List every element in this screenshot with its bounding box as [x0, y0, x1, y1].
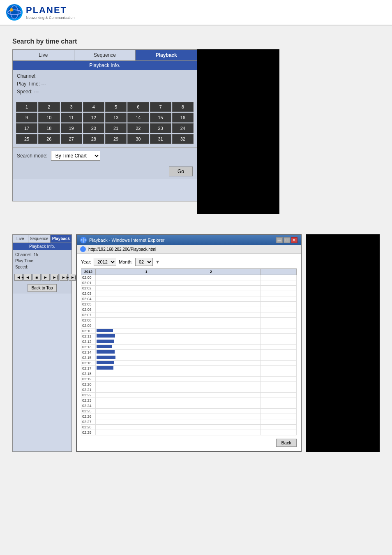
- tab-playback[interactable]: Playback: [136, 50, 197, 60]
- channel-btn-13[interactable]: 13: [105, 113, 127, 123]
- table-row[interactable]: 02:04: [81, 296, 297, 302]
- bar-cell-2[interactable]: [197, 361, 225, 366]
- bar-cell-1[interactable]: [96, 350, 197, 355]
- channel-btn-1[interactable]: 1: [16, 102, 37, 112]
- channel-btn-23[interactable]: 23: [150, 123, 171, 133]
- bar-cell-1[interactable]: [96, 387, 197, 393]
- ie-close-button[interactable]: ✕: [291, 237, 297, 243]
- bar-cell-1[interactable]: [96, 366, 197, 371]
- channel-btn-5[interactable]: 5: [105, 102, 127, 112]
- table-row[interactable]: 02:17: [81, 366, 297, 371]
- ctrl-end[interactable]: ►|: [69, 274, 77, 281]
- bar-cell-1[interactable]: [96, 323, 197, 328]
- bar-cell-1[interactable]: [96, 403, 197, 409]
- bar-cell-2[interactable]: [197, 307, 225, 312]
- ie-maximize-button[interactable]: □: [284, 237, 290, 243]
- ctrl-ff[interactable]: ►►: [60, 274, 68, 281]
- back-to-top-button[interactable]: Back to Top: [28, 284, 56, 292]
- bar-cell-1[interactable]: [96, 355, 197, 361]
- channel-btn-28[interactable]: 28: [83, 134, 104, 144]
- channel-btn-21[interactable]: 21: [105, 123, 127, 133]
- table-row[interactable]: 02:05: [81, 302, 297, 307]
- bar-cell-2[interactable]: [197, 302, 225, 307]
- table-row[interactable]: 02:19: [81, 377, 297, 382]
- channel-btn-20[interactable]: 20: [83, 123, 104, 133]
- channel-btn-6[interactable]: 6: [127, 102, 149, 112]
- table-row[interactable]: 02:24: [81, 403, 297, 409]
- bar-cell-2[interactable]: [197, 393, 225, 398]
- bar-cell-2[interactable]: [197, 355, 225, 361]
- table-row[interactable]: 02:08: [81, 318, 297, 323]
- channel-btn-12[interactable]: 12: [83, 113, 104, 123]
- bar-cell-2[interactable]: [197, 398, 225, 403]
- table-row[interactable]: 02:27: [81, 419, 297, 425]
- bar-cell-2[interactable]: [197, 323, 225, 328]
- table-row[interactable]: 02:02: [81, 286, 297, 291]
- channel-btn-25[interactable]: 25: [16, 134, 37, 144]
- search-mode-select[interactable]: By Time ChartBy File List: [51, 151, 100, 161]
- bar-cell-2[interactable]: [197, 339, 225, 345]
- table-row[interactable]: 02:15: [81, 355, 297, 361]
- table-row[interactable]: 02:10: [81, 328, 297, 334]
- ctrl-back[interactable]: ◄: [23, 274, 32, 281]
- bar-cell-2[interactable]: [197, 280, 225, 286]
- ie-minimize-button[interactable]: —: [276, 237, 283, 243]
- bar-cell-2[interactable]: [197, 371, 225, 377]
- bar-cell-1[interactable]: [96, 312, 197, 318]
- ctrl-step[interactable]: ►|: [51, 274, 59, 281]
- bar-cell-1[interactable]: [96, 296, 197, 302]
- channel-btn-3[interactable]: 3: [61, 102, 82, 112]
- ctrl-skip-back[interactable]: ◄◄: [14, 274, 23, 281]
- bar-cell-1[interactable]: [96, 425, 197, 430]
- bar-cell-1[interactable]: [96, 275, 197, 280]
- channel-btn-14[interactable]: 14: [127, 113, 149, 123]
- bar-cell-1[interactable]: [96, 291, 197, 296]
- bar-cell-1[interactable]: [96, 419, 197, 425]
- channel-btn-10[interactable]: 10: [38, 113, 60, 123]
- table-row[interactable]: 02:13: [81, 345, 297, 350]
- table-row[interactable]: 02:29: [81, 430, 297, 435]
- ctrl-play[interactable]: ►: [42, 274, 50, 281]
- bar-cell-2[interactable]: [197, 403, 225, 409]
- bar-cell-2[interactable]: [197, 296, 225, 302]
- bar-cell-1[interactable]: [96, 393, 197, 398]
- table-row[interactable]: 02:01: [81, 280, 297, 286]
- channel-btn-2[interactable]: 2: [38, 102, 60, 112]
- bar-cell-1[interactable]: [96, 345, 197, 350]
- bar-cell-2[interactable]: [197, 328, 225, 334]
- bar-cell-1[interactable]: [96, 286, 197, 291]
- channel-btn-24[interactable]: 24: [172, 123, 194, 133]
- month-select[interactable]: 02: [135, 258, 153, 266]
- table-row[interactable]: 02:18: [81, 371, 297, 377]
- bar-cell-1[interactable]: [96, 371, 197, 377]
- channel-btn-26[interactable]: 26: [38, 134, 60, 144]
- bar-cell-2[interactable]: [197, 366, 225, 371]
- bar-cell-1[interactable]: [96, 361, 197, 366]
- bar-cell-1[interactable]: [96, 409, 197, 414]
- bar-cell-1[interactable]: [96, 430, 197, 435]
- bar-cell-2[interactable]: [197, 312, 225, 318]
- bar-cell-2[interactable]: [197, 291, 225, 296]
- table-row[interactable]: 02:07: [81, 312, 297, 318]
- bar-cell-2[interactable]: [197, 425, 225, 430]
- channel-btn-4[interactable]: 4: [83, 102, 104, 112]
- channel-btn-22[interactable]: 22: [127, 123, 149, 133]
- table-row[interactable]: 02:00: [81, 275, 297, 280]
- tab-live[interactable]: Live: [13, 50, 74, 60]
- bar-cell-2[interactable]: [197, 414, 225, 419]
- table-row[interactable]: 02:25: [81, 409, 297, 414]
- year-select[interactable]: 2012: [94, 258, 116, 266]
- table-row[interactable]: 02:21: [81, 387, 297, 393]
- channel-btn-7[interactable]: 7: [150, 102, 171, 112]
- table-row[interactable]: 02:23: [81, 398, 297, 403]
- table-row[interactable]: 02:03: [81, 291, 297, 296]
- bar-cell-2[interactable]: [197, 430, 225, 435]
- back-button[interactable]: Back: [276, 439, 297, 447]
- bar-cell-1[interactable]: [96, 334, 197, 339]
- tab-sequence[interactable]: Sequence: [74, 50, 136, 60]
- bar-cell-1[interactable]: [96, 382, 197, 387]
- channel-btn-32[interactable]: 32: [172, 134, 194, 144]
- bar-cell-1[interactable]: [96, 318, 197, 323]
- bar-cell-2[interactable]: [197, 345, 225, 350]
- bar-cell-2[interactable]: [197, 275, 225, 280]
